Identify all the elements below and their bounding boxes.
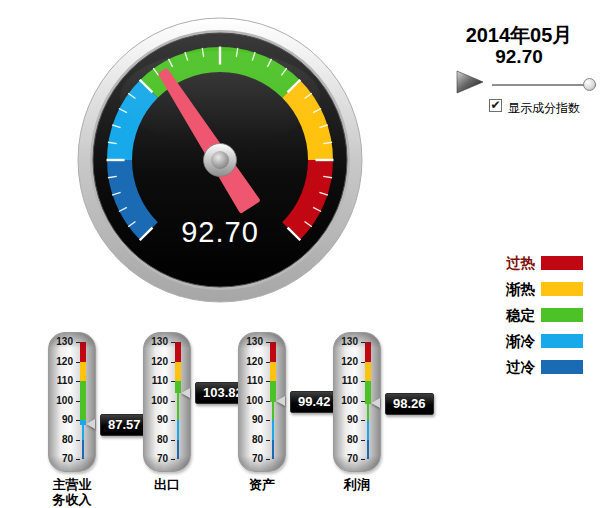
thermometer-body: 130120110100908070: [333, 332, 381, 472]
show-components-checkbox[interactable]: ✔: [489, 99, 502, 112]
thermo-label: 出口: [127, 477, 207, 492]
value-badge: 99.42: [290, 391, 339, 413]
gauge-hub-center: [211, 151, 229, 169]
thermometer-body: 130120110100908070: [143, 332, 191, 472]
value-badge: 87.57: [100, 414, 149, 436]
thermometer-cap-shading: [144, 333, 190, 471]
legend-label: 稳定: [487, 306, 535, 325]
thermometer-cap-shading: [334, 333, 380, 471]
gauge-gloss: [120, 51, 320, 143]
gauge-value: 92.70: [181, 216, 259, 248]
thermometer-利润: 13012011010090807098.26利润: [333, 332, 453, 508]
thermometer-body: 130120110100908070: [48, 332, 96, 472]
legend-label: 渐热: [487, 280, 535, 299]
thermo-label: 资产: [222, 477, 302, 492]
legend-swatch-稳定: [541, 308, 583, 322]
component-thermometers: 13012011010090807087.57主营业务收入13012011010…: [0, 332, 610, 508]
current-value: 92.70: [440, 46, 598, 68]
legend-swatch-渐热: [541, 282, 583, 296]
checkbox-label: 显示成分指数: [508, 100, 580, 117]
dashboard: 92.70 2014年05月 92.70 ✔ 显示成分指数 过热渐热稳定渐冷过冷…: [0, 0, 610, 508]
thermometer-cap-shading: [239, 333, 285, 471]
check-icon: ✔: [490, 98, 500, 112]
thermometer-body: 130120110100908070: [238, 332, 286, 472]
value-badge: 98.26: [385, 393, 434, 415]
thermo-label: 主营业务收入: [32, 477, 112, 507]
date-label: 2014年05月: [440, 22, 598, 49]
legend-label: 过热: [487, 254, 535, 273]
thermometer-cap-shading: [49, 333, 95, 471]
legend-swatch-过热: [541, 256, 583, 270]
legend-item: 渐热: [487, 276, 583, 302]
play-icon: [457, 71, 483, 93]
slider-handle[interactable]: [583, 78, 596, 91]
timeline-slider[interactable]: [492, 84, 596, 86]
prosperity-gauge: 92.70: [75, 15, 365, 305]
legend-item: 过热: [487, 250, 583, 276]
thermo-label: 利润: [317, 477, 397, 492]
play-button[interactable]: [456, 70, 484, 94]
legend-item: 稳定: [487, 302, 583, 328]
